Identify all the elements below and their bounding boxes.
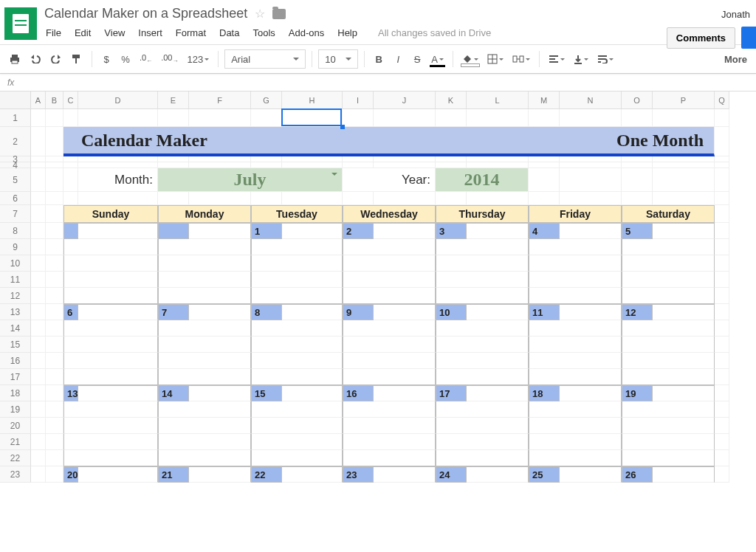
date-body[interactable] [529, 337, 622, 353]
date-body[interactable] [251, 401, 343, 418]
formula-bar[interactable]: fx [0, 74, 756, 92]
menu-addons[interactable]: Add-ons [289, 27, 324, 38]
date-cell[interactable]: 1 [251, 223, 282, 239]
col-head-I[interactable]: I [343, 92, 374, 109]
v-align-button[interactable] [571, 49, 591, 69]
date-cell[interactable]: 22 [251, 466, 282, 483]
date-body[interactable] [343, 255, 436, 272]
star-icon[interactable]: ☆ [255, 7, 265, 21]
date-body[interactable] [63, 239, 158, 255]
date-body[interactable] [622, 369, 715, 385]
share-button[interactable] [741, 27, 756, 49]
date-body[interactable] [622, 418, 715, 434]
date-body[interactable] [63, 288, 158, 304]
row-head-10[interactable]: 10 [0, 255, 31, 272]
col-head-B[interactable]: B [46, 92, 63, 109]
date-body[interactable] [158, 401, 251, 418]
date-body[interactable] [343, 450, 436, 466]
date-body[interactable] [622, 272, 715, 288]
month-label[interactable]: Month: [78, 168, 158, 192]
date-cell[interactable]: 6 [63, 304, 78, 320]
date-body[interactable] [251, 369, 343, 385]
menu-data[interactable]: Data [219, 27, 239, 38]
row-head-2[interactable]: 2 [0, 127, 31, 156]
date-body[interactable] [158, 353, 251, 369]
date-cell[interactable]: 17 [436, 385, 467, 401]
row-head-12[interactable]: 12 [0, 288, 31, 304]
day-header[interactable]: Thursday [436, 205, 529, 223]
date-body[interactable] [436, 337, 529, 353]
menu-help[interactable]: Help [337, 27, 357, 38]
date-body[interactable] [529, 320, 622, 337]
row-head-15[interactable]: 15 [0, 337, 31, 353]
date-cell[interactable]: 8 [251, 304, 282, 320]
date-cell[interactable]: 11 [529, 304, 560, 320]
date-body[interactable] [343, 239, 436, 255]
row-head-13[interactable]: 13 [0, 304, 31, 320]
date-cell[interactable]: 19 [622, 385, 653, 401]
date-body[interactable] [467, 385, 529, 401]
folder-icon[interactable] [272, 9, 286, 19]
comments-button[interactable]: Comments [667, 27, 735, 49]
row-head-23[interactable]: 23 [0, 466, 31, 483]
more-formats[interactable]: 123 [184, 49, 212, 69]
increase-decimal[interactable]: .00→ [158, 49, 181, 69]
date-cell[interactable]: 3 [436, 223, 467, 239]
menu-format[interactable]: Format [176, 27, 206, 38]
date-cell[interactable]: 9 [343, 304, 374, 320]
date-body[interactable] [374, 304, 436, 320]
date-body[interactable] [251, 418, 343, 434]
date-body[interactable] [436, 418, 529, 434]
bold-button[interactable]: B [371, 49, 387, 69]
date-cell[interactable]: 10 [436, 304, 467, 320]
menu-edit[interactable]: Edit [75, 27, 91, 38]
day-header[interactable]: Friday [529, 205, 622, 223]
row-head-14[interactable]: 14 [0, 320, 31, 337]
date-body[interactable] [436, 450, 529, 466]
date-cell[interactable]: 16 [343, 385, 374, 401]
redo-icon[interactable] [47, 49, 65, 69]
date-body[interactable] [189, 466, 251, 483]
col-head-K[interactable]: K [436, 92, 467, 109]
col-head-D[interactable]: D [78, 92, 158, 109]
date-body[interactable] [622, 320, 715, 337]
date-cell[interactable]: 7 [158, 304, 189, 320]
month-picker[interactable]: July [158, 168, 343, 192]
date-body[interactable] [343, 337, 436, 353]
date-body[interactable] [529, 255, 622, 272]
day-header[interactable]: Tuesday [251, 205, 343, 223]
date-body[interactable] [78, 223, 158, 239]
col-head-Q[interactable]: Q [715, 92, 729, 109]
date-body[interactable] [560, 304, 622, 320]
print-icon[interactable] [6, 49, 24, 69]
date-body[interactable] [622, 239, 715, 255]
date-cell[interactable]: 2 [343, 223, 374, 239]
date-body[interactable] [560, 223, 622, 239]
date-body[interactable] [63, 434, 158, 450]
date-body[interactable] [343, 369, 436, 385]
date-body[interactable] [436, 239, 529, 255]
date-body[interactable] [622, 401, 715, 418]
year-label[interactable]: Year: [343, 168, 436, 192]
borders-button[interactable] [484, 49, 506, 69]
date-body[interactable] [653, 223, 715, 239]
date-body[interactable] [529, 450, 622, 466]
date-body[interactable] [282, 385, 343, 401]
row-head-17[interactable]: 17 [0, 369, 31, 385]
date-body[interactable] [251, 288, 343, 304]
date-body[interactable] [529, 434, 622, 450]
doc-title[interactable]: Calendar Maker on a Spreadsheet [44, 6, 247, 21]
date-body[interactable] [63, 369, 158, 385]
date-body[interactable] [251, 353, 343, 369]
date-body[interactable] [189, 223, 251, 239]
date-body[interactable] [63, 272, 158, 288]
date-cell[interactable]: 23 [343, 466, 374, 483]
date-body[interactable] [78, 304, 158, 320]
date-cell[interactable]: 15 [251, 385, 282, 401]
date-cell[interactable]: 24 [436, 466, 467, 483]
date-body[interactable] [622, 450, 715, 466]
date-body[interactable] [282, 304, 343, 320]
date-body[interactable] [343, 272, 436, 288]
date-body[interactable] [436, 320, 529, 337]
banner[interactable]: Calendar MakerOne Month [63, 127, 715, 156]
